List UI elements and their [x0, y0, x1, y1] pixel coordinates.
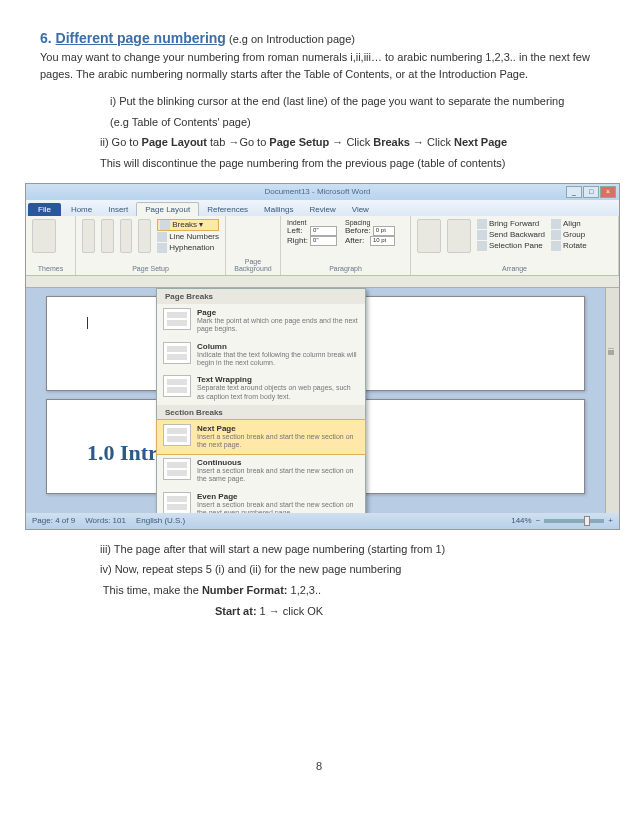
tab-view[interactable]: View	[344, 203, 377, 216]
break-continuous[interactable]: ContinuousInsert a section break and sta…	[157, 454, 365, 488]
word-screenshot: Document13 - Microsoft Word _ □ × File H…	[25, 183, 620, 530]
selection-pane-button[interactable]: Selection Pane	[477, 241, 545, 251]
break-text-wrapping[interactable]: Text WrappingSeparate text around object…	[157, 371, 365, 405]
step-start: Start at: 1 → click OK	[215, 602, 598, 621]
intro-paragraph: You may want to change your numbering fr…	[40, 49, 598, 82]
step-i: i) Put the blinking cursor at the end (l…	[110, 92, 598, 111]
break-next-page[interactable]: Next PageInsert a section break and star…	[156, 419, 366, 455]
step-i-note: (e.g Table of Contents' page)	[110, 113, 598, 132]
bring-forward-button[interactable]: Bring Forward	[477, 219, 545, 229]
section-heading: 6. Different page numbering (e.g on Intr…	[40, 30, 598, 46]
maximize-icon[interactable]: □	[583, 186, 599, 198]
tab-home[interactable]: Home	[63, 203, 100, 216]
tab-references[interactable]: References	[199, 203, 256, 216]
indent-right-input[interactable]: 0"	[310, 236, 337, 246]
tab-review[interactable]: Review	[301, 203, 343, 216]
step-iv-note: This time, make the Number Format: 1,2,3…	[100, 581, 598, 600]
step-iii: iii) The page after that will start a ne…	[100, 540, 598, 559]
continuous-break-icon	[163, 458, 191, 480]
page-number: 8	[40, 760, 598, 772]
zoom-slider[interactable]	[544, 519, 604, 523]
break-column[interactable]: ColumnIndicate that the text following t…	[157, 338, 365, 372]
minimize-icon[interactable]: _	[566, 186, 582, 198]
text-wrapping-break-icon	[163, 375, 191, 397]
hyphenation-button[interactable]: Hyphenation	[157, 243, 219, 253]
spacing-before-input[interactable]: 0 pt	[373, 226, 395, 236]
breaks-dropdown: Page Breaks PageMark the point at which …	[156, 288, 366, 513]
step-ii-after: This will discontinue the page numbering…	[100, 154, 598, 173]
indent-left-input[interactable]: 0"	[310, 226, 337, 236]
status-words[interactable]: Words: 101	[85, 516, 126, 525]
breaks-button[interactable]: Breaks ▾	[157, 219, 219, 231]
status-page[interactable]: Page: 4 of 9	[32, 516, 75, 525]
spacing-after-input[interactable]: 10 pt	[370, 236, 395, 246]
position-button[interactable]	[417, 219, 441, 253]
line-numbers-button[interactable]: Line Numbers	[157, 232, 219, 242]
align-button[interactable]: Align	[551, 219, 587, 229]
tab-page-layout[interactable]: Page Layout	[136, 202, 199, 216]
orientation-button[interactable]	[101, 219, 114, 253]
columns-button[interactable]	[138, 219, 151, 253]
status-lang[interactable]: English (U.S.)	[136, 516, 185, 525]
page-break-icon	[163, 308, 191, 330]
word-title: Document13 - Microsoft Word	[69, 187, 566, 196]
wrap-text-button[interactable]	[447, 219, 471, 253]
even-page-break-icon	[163, 492, 191, 513]
word-titlebar: Document13 - Microsoft Word _ □ ×	[26, 184, 619, 200]
document-area: iii 1.0 Introduction Page Breaks PageMar…	[26, 288, 619, 513]
group-button[interactable]: Group	[551, 230, 587, 240]
ribbon-tabs: File Home Insert Page Layout References …	[26, 200, 619, 216]
margins-button[interactable]	[82, 219, 95, 253]
send-backward-button[interactable]: Send Backward	[477, 230, 545, 240]
step-ii: ii) Go to Page Layout tab →Go to Page Se…	[100, 133, 598, 152]
step-iv: iv) Now, repeat steps 5 (i) and (ii) for…	[100, 560, 598, 579]
themes-button[interactable]	[32, 219, 56, 253]
size-button[interactable]	[120, 219, 133, 253]
break-even-page[interactable]: Even PageInsert a section break and star…	[157, 488, 365, 513]
status-bar: Page: 4 of 9 Words: 101 English (U.S.) 1…	[26, 513, 619, 529]
status-zoom[interactable]: 144%	[511, 516, 531, 525]
ribbon: Themes Breaks ▾ Line Numbers Hyphenation…	[26, 216, 619, 276]
column-break-icon	[163, 342, 191, 364]
rotate-button[interactable]: Rotate	[551, 241, 587, 251]
tab-mailings[interactable]: Mailings	[256, 203, 301, 216]
break-page[interactable]: PageMark the point at which one page end…	[157, 304, 365, 338]
ruler	[26, 276, 619, 288]
tab-insert[interactable]: Insert	[100, 203, 136, 216]
next-page-break-icon	[163, 424, 191, 446]
tab-file[interactable]: File	[28, 203, 61, 216]
vertical-scrollbar[interactable]	[605, 288, 619, 513]
close-icon[interactable]: ×	[600, 186, 616, 198]
